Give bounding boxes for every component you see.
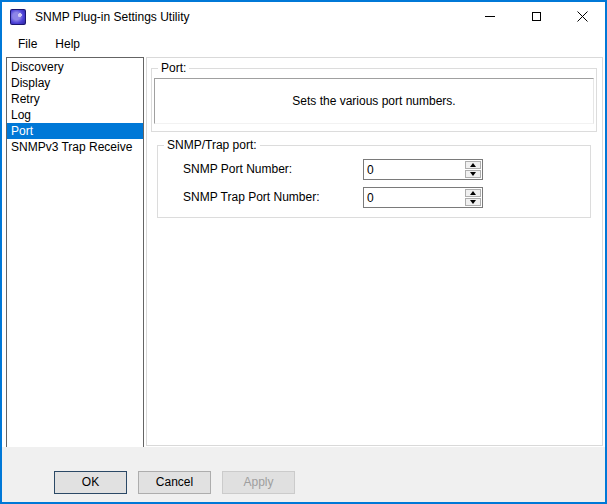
minimize-icon bbox=[485, 16, 495, 17]
ok-button[interactable]: OK bbox=[54, 471, 127, 494]
snmp-port-number-label: SNMP Port Number: bbox=[183, 159, 292, 180]
snmp-port-number-spinner bbox=[363, 159, 483, 180]
port-groupbox-title: Port: bbox=[158, 61, 189, 75]
settings-category-list: Discovery Display Retry Log Port SNMPv3 … bbox=[6, 57, 144, 453]
maximize-icon bbox=[532, 12, 541, 21]
snmp-trap-port-groupbox-title: SNMP/Trap port: bbox=[164, 138, 260, 152]
snmp-port-down-button[interactable] bbox=[465, 170, 481, 178]
minimize-button[interactable] bbox=[467, 2, 513, 31]
snmp-port-number-input[interactable] bbox=[364, 160, 464, 179]
snmp-trap-port-row: SNMP Trap Port Number: bbox=[158, 187, 590, 208]
snmp-settings-window: SNMP Plug-in Settings Utility File Help … bbox=[0, 0, 607, 504]
menu-help[interactable]: Help bbox=[46, 31, 89, 57]
list-item-log[interactable]: Log bbox=[7, 107, 143, 123]
snmp-trap-port-number-spinner bbox=[363, 187, 483, 208]
snmp-trap-port-number-input[interactable] bbox=[364, 188, 464, 207]
close-button[interactable] bbox=[559, 2, 605, 31]
close-icon bbox=[577, 11, 588, 22]
window-title: SNMP Plug-in Settings Utility bbox=[35, 10, 190, 24]
list-item-retry[interactable]: Retry bbox=[7, 91, 143, 107]
up-arrow-icon bbox=[470, 191, 476, 195]
up-arrow-icon bbox=[470, 163, 476, 167]
snmp-trap-port-groupbox: SNMP/Trap port: SNMP Port Number: SNMP T… bbox=[157, 145, 591, 218]
footer-button-bar: OK Cancel Apply bbox=[2, 447, 605, 502]
port-groupbox: Port: Sets the various port numbers. bbox=[151, 68, 597, 132]
down-arrow-icon bbox=[470, 172, 476, 176]
snmp-trap-port-up-button[interactable] bbox=[465, 189, 481, 197]
apply-button[interactable]: Apply bbox=[222, 471, 295, 494]
titlebar: SNMP Plug-in Settings Utility bbox=[2, 2, 605, 31]
snmp-port-updown bbox=[465, 161, 481, 178]
down-arrow-icon bbox=[470, 200, 476, 204]
snmp-trap-port-updown bbox=[465, 189, 481, 206]
list-item-port[interactable]: Port bbox=[7, 123, 143, 139]
menu-bar: File Help bbox=[2, 31, 605, 57]
port-description-text: Sets the various port numbers. bbox=[292, 94, 455, 108]
cancel-button[interactable]: Cancel bbox=[138, 471, 211, 494]
list-item-snmpv3-trap-receive[interactable]: SNMPv3 Trap Receive bbox=[7, 139, 143, 155]
snmp-port-row: SNMP Port Number: bbox=[158, 159, 590, 180]
snmp-trap-port-down-button[interactable] bbox=[465, 198, 481, 206]
app-icon bbox=[10, 9, 26, 25]
maximize-button[interactable] bbox=[513, 2, 559, 31]
menu-file[interactable]: File bbox=[9, 31, 46, 57]
window-controls bbox=[467, 2, 605, 31]
snmp-trap-port-number-label: SNMP Trap Port Number: bbox=[183, 187, 320, 208]
list-item-discovery[interactable]: Discovery bbox=[7, 59, 143, 75]
port-description-panel: Sets the various port numbers. bbox=[154, 78, 594, 124]
snmp-port-up-button[interactable] bbox=[465, 161, 481, 169]
list-item-display[interactable]: Display bbox=[7, 75, 143, 91]
